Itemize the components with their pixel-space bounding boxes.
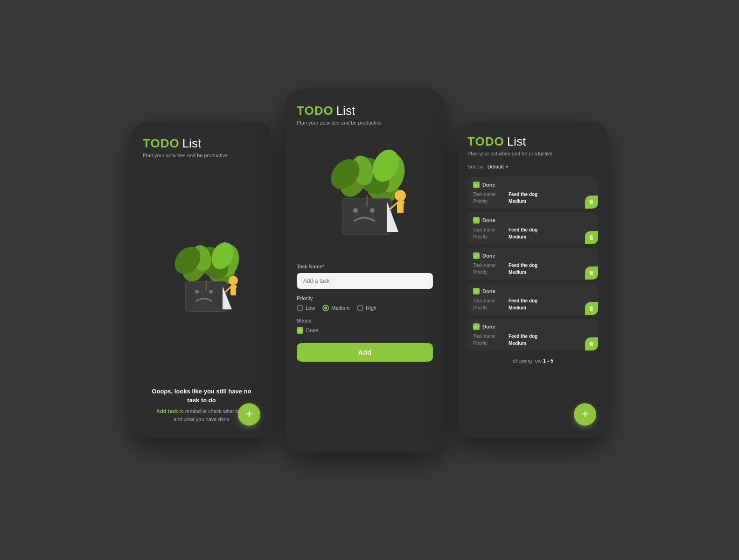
status-checkbox: ✓ (297, 327, 303, 334)
task-checkbox-2[interactable]: ✓ (473, 217, 480, 224)
delete-button-2[interactable]: 🗑 (585, 231, 598, 244)
priority-label-5: Priority (473, 341, 505, 346)
task-checkbox-3[interactable]: ✓ (473, 252, 480, 259)
task-name-value-4: Feed the dog (509, 298, 537, 303)
task-name-label-1: Task name (473, 192, 505, 197)
status-done-option[interactable]: ✓ Done (297, 327, 433, 334)
priority-options: Low Medium High (297, 305, 433, 311)
sort-select[interactable]: Default ▾ (488, 164, 508, 169)
app-subtitle-3: Plan your activities and be productive (467, 151, 598, 156)
task-card-2: ✓ Done Task name Feed the dog Priority M… (467, 212, 598, 244)
priority-row-4: Priority Medium (473, 305, 593, 310)
app-subtitle-2: Plan your activities and be productive (297, 120, 433, 126)
svg-point-8 (195, 290, 199, 294)
plant-sad-illustration-2 (309, 138, 421, 250)
task-checkbox-5[interactable]: ✓ (473, 323, 480, 330)
task-name-label-4: Task name (473, 298, 505, 303)
radio-low (297, 305, 303, 311)
title-todo-1: TODO (143, 136, 180, 151)
task-name-label-2: Task name (473, 227, 505, 232)
priority-medium-label: Medium (331, 305, 349, 311)
svg-rect-28 (397, 201, 404, 213)
priority-high[interactable]: High (357, 305, 376, 311)
priority-low[interactable]: Low (297, 305, 315, 311)
app-title-2: TODO List (297, 104, 433, 118)
screens-container: TODO List Plan your activities and be pr… (132, 107, 607, 453)
app-subtitle-1: Plan your activities and be productive (143, 153, 260, 158)
priority-value-1: Medium (509, 199, 526, 204)
task-name-value-2: Feed the dog (509, 227, 537, 232)
trash-icon-2: 🗑 (589, 234, 594, 241)
task-fields-2: Task name Feed the dog Priority Medium (473, 227, 593, 239)
app-title-3: TODO List (467, 134, 598, 149)
priority-label: Priority (297, 295, 433, 301)
add-task-link[interactable]: Add task (156, 408, 178, 414)
sort-by-label: Sort by (467, 164, 484, 169)
done-row-5: ✓ Done (473, 323, 593, 330)
title-list-2: List (336, 104, 355, 118)
title-todo-3: TODO (467, 134, 504, 149)
screen-task-list: TODO List Plan your activities and be pr… (458, 121, 607, 439)
title-list-1: List (182, 136, 201, 151)
svg-point-25 (370, 208, 375, 213)
illustration-form (297, 133, 433, 254)
plant-sad-illustration-1 (155, 230, 248, 323)
checkmark-icon: ✓ (298, 328, 302, 333)
add-button[interactable]: Add (297, 343, 433, 362)
check-icon-1: ✓ (474, 182, 478, 187)
priority-value-2: Medium (509, 234, 526, 239)
fab-plus-icon-3: + (581, 407, 589, 420)
priority-medium[interactable]: Medium (322, 305, 349, 311)
showing-range: 1 - 5 (543, 358, 553, 364)
done-text-4: Done (482, 288, 495, 294)
done-row-3: ✓ Done (473, 252, 593, 259)
task-checkbox-1[interactable]: ✓ (473, 182, 480, 188)
svg-point-24 (353, 208, 358, 213)
task-name-row-4: Task name Feed the dog (473, 298, 593, 303)
task-fields-4: Task name Feed the dog Priority Medium (473, 298, 593, 310)
title-list-3: List (507, 134, 526, 149)
done-text-1: Done (482, 182, 495, 188)
showing-row: Showing row 1 - 5 (467, 358, 598, 364)
priority-label-1: Priority (473, 199, 505, 204)
task-name-value-1: Feed the dog (509, 192, 537, 197)
task-name-row-5: Task name Feed the dog (473, 334, 593, 339)
done-text-5: Done (482, 324, 495, 329)
task-card-3: ✓ Done Task name Feed the dog Priority M… (467, 248, 598, 280)
task-card-4: ✓ Done Task name Feed the dog Priority M… (467, 283, 598, 315)
screen-empty: TODO List Plan your activities and be pr… (132, 121, 272, 439)
done-row-2: ✓ Done (473, 217, 593, 224)
delete-button-3[interactable]: 🗑 (585, 266, 598, 280)
fab-button-3[interactable]: + (574, 403, 596, 426)
empty-sub-2: and what you have done (174, 416, 230, 422)
status-section: Status ✓ Done (297, 318, 433, 334)
task-name-row-2: Task name Feed the dog (473, 227, 593, 232)
priority-section: Priority Low Medium High (297, 295, 433, 311)
app-title-1: TODO List (143, 136, 260, 151)
done-row-1: ✓ Done (473, 182, 593, 188)
title-todo-2: TODO (297, 104, 334, 118)
trash-icon-4: 🗑 (589, 305, 594, 312)
priority-high-label: High (366, 305, 376, 311)
sort-row: Sort by Default ▾ (467, 164, 598, 169)
task-checkbox-4[interactable]: ✓ (473, 288, 480, 294)
radio-high (357, 305, 363, 311)
done-text-3: Done (482, 253, 495, 259)
status-done-label: Done (306, 328, 318, 333)
radio-medium (322, 305, 329, 311)
trash-icon-1: 🗑 (589, 199, 594, 205)
fab-button-1[interactable]: + (238, 403, 260, 426)
check-icon-3: ✓ (474, 253, 478, 258)
task-fields-1: Task name Feed the dog Priority Medium (473, 192, 593, 204)
delete-button-4[interactable]: 🗑 (585, 302, 598, 315)
priority-value-5: Medium (509, 341, 526, 346)
delete-button-5[interactable]: 🗑 (585, 337, 598, 350)
done-row-4: ✓ Done (473, 288, 593, 294)
showing-prefix: Showing row (512, 358, 543, 364)
task-name-input[interactable] (297, 273, 433, 289)
screen-add-task: TODO List Plan your activities and be pr… (286, 89, 444, 453)
delete-button-1[interactable]: 🗑 (585, 196, 598, 209)
svg-point-11 (229, 276, 238, 285)
illustration-empty (143, 166, 260, 387)
check-icon-5: ✓ (474, 324, 478, 329)
